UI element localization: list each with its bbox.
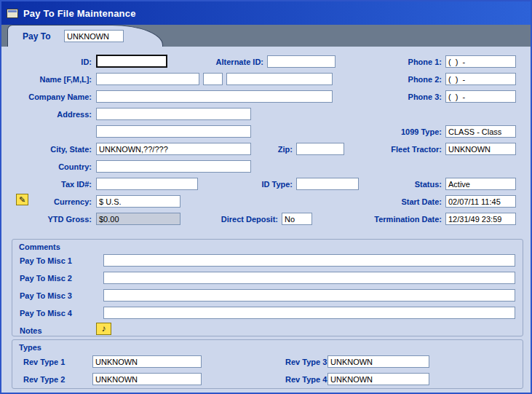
pay-to-tab-label: Pay To [23,31,50,42]
pay-to-key-input[interactable] [64,30,124,42]
window-title: Pay To File Maintenance [23,8,136,19]
company-name-label: Company Name: [1,91,92,103]
city-state-label: City, State: [1,143,92,155]
phone1-label: Phone 1: [347,56,442,68]
types-groupbox [12,339,523,389]
address-label: Address: [1,109,92,120]
tax-id-input[interactable] [96,178,198,190]
status-input[interactable] [445,178,516,190]
rev-type3-label: Rev Type 3 [285,356,327,368]
direct-deposit-input[interactable] [282,213,312,225]
pay-to-file-maintenance-window: Pay To File Maintenance Pay To ID: Alter… [0,0,532,394]
phone2-label: Phone 2: [347,74,442,85]
termination-date-label: Termination Date: [347,213,442,225]
app-icon [7,9,18,18]
rev-type1-input[interactable] [92,355,202,368]
direct-deposit-label: Direct Deposit: [196,213,278,225]
phone3-label: Phone 3: [347,91,442,103]
pay-to-misc3-label: Pay To Misc 3 [20,290,72,302]
rev-type2-input[interactable] [92,373,202,385]
alternate-id-label: Alternate ID: [183,56,263,68]
termination-date-input[interactable] [445,213,516,225]
id-label: ID: [1,56,92,68]
id-type-label: ID Type: [242,178,293,190]
alternate-id-input[interactable] [267,55,336,68]
country-input[interactable] [96,160,251,173]
notes-icon[interactable]: ♪ [96,323,111,335]
zip-input[interactable] [296,143,344,155]
currency-label: Currency: [1,196,92,208]
tab-band: Pay To [1,25,531,47]
address-line2-input[interactable] [96,125,251,138]
city-state-input[interactable] [96,143,251,155]
notes-label: Notes [20,325,42,336]
pay-to-misc2-label: Pay To Misc 2 [20,272,72,284]
ytd-gross-label: YTD Gross: [1,213,92,225]
rev-type4-input[interactable] [327,373,429,385]
fleet-tractor-label: Fleet Tractor: [347,143,442,155]
start-date-input[interactable] [445,195,516,208]
type-1099-input[interactable] [445,125,516,138]
name-first-input[interactable] [96,73,199,85]
phone1-input[interactable] [445,55,516,68]
tax-id-label: Tax ID#: [1,178,92,190]
rev-type2-label: Rev Type 2 [23,374,65,385]
pay-to-misc1-label: Pay To Misc 1 [20,255,72,267]
type-1099-label: 1099 Type: [347,126,442,138]
status-label: Status: [347,178,442,190]
pay-to-misc4-label: Pay To Misc 4 [20,307,72,319]
ytd-gross-field [96,213,180,225]
tab-pay-to[interactable]: Pay To [7,25,163,47]
comments-title: Comments [19,241,60,253]
phone3-input[interactable] [445,90,516,103]
rev-type3-input[interactable] [327,355,429,368]
pay-to-misc3-input[interactable] [103,289,515,302]
pay-to-misc4-input[interactable] [103,307,515,319]
zip-label: Zip: [253,143,293,155]
country-label: Country: [1,161,92,173]
company-name-input[interactable] [96,90,333,103]
rev-type4-label: Rev Type 4 [285,374,327,385]
id-input[interactable] [96,55,167,68]
name-label: Name [F,M,L]: [1,74,92,85]
pay-to-misc2-input[interactable] [103,272,515,284]
types-title: Types [19,342,41,353]
start-date-label: Start Date: [347,196,442,208]
name-last-input[interactable] [226,73,333,85]
fleet-tractor-input[interactable] [445,143,516,155]
phone2-input[interactable] [445,73,516,85]
pay-to-misc1-input[interactable] [103,254,515,267]
address-line1-input[interactable] [96,108,251,120]
currency-input[interactable] [96,195,180,208]
titlebar: Pay To File Maintenance [1,1,531,25]
name-middle-input[interactable] [203,73,223,85]
rev-type1-label: Rev Type 1 [23,356,65,368]
